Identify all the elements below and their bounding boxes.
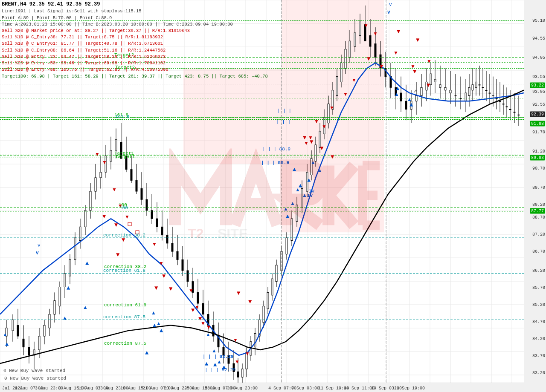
price-9322: 93.22 bbox=[530, 83, 545, 88]
price-9239: 92.39 bbox=[530, 112, 545, 117]
chart-container: BRENT,H4 92.35 92.41 92.35 92.39 Line:19… bbox=[0, 0, 546, 392]
price-9120: 91.20 bbox=[532, 149, 545, 154]
price-8777: 87.77 bbox=[530, 209, 545, 213]
price-8370: 83.70 bbox=[532, 354, 545, 358]
price-8470: 84.70 bbox=[532, 320, 545, 324]
chart-canvas bbox=[0, 0, 524, 383]
price-8320: 83.20 bbox=[532, 371, 545, 375]
price-8983: 89.83 bbox=[530, 156, 545, 160]
price-9255: 92.55 bbox=[532, 102, 545, 107]
price-8620: 86.20 bbox=[532, 268, 545, 273]
price-9170: 91.70 bbox=[532, 130, 545, 135]
time-label-17: 21 Sep 19:00 bbox=[394, 386, 425, 391]
time-label-11: 30 Aug 23:00 bbox=[227, 386, 258, 391]
price-9305: 93.05 bbox=[532, 89, 545, 94]
time-label-15: 14 Sep 11:00 bbox=[344, 386, 375, 391]
price-9510: 95.10 bbox=[532, 18, 545, 23]
price-8520: 85.20 bbox=[532, 303, 545, 307]
price-9070: 90.70 bbox=[532, 166, 545, 171]
price-8870: 88.70 bbox=[532, 215, 545, 220]
price-8570: 85.70 bbox=[532, 285, 545, 290]
price-8920: 89.20 bbox=[532, 202, 545, 207]
price-8970: 89.70 bbox=[532, 185, 545, 190]
price-8670: 86.70 bbox=[532, 249, 545, 254]
price-9188: 91.88 bbox=[530, 121, 545, 126]
bottom-label: 0 New Buy Wave started bbox=[4, 376, 66, 381]
price-axis: 95.10 94.55 94.05 93.55 93.22 93.05 92.5… bbox=[524, 0, 546, 392]
price-9455: 94.55 bbox=[532, 36, 545, 41]
time-axis: 27 Jul 2023 1 Aug 07:00 3 Aug 23:00 8 Au… bbox=[0, 383, 524, 392]
price-9405: 94.05 bbox=[532, 55, 545, 60]
price-8420: 84.20 bbox=[532, 337, 545, 341]
price-8720: 87.20 bbox=[532, 232, 545, 237]
price-9355: 93.55 bbox=[532, 75, 545, 79]
time-label-13: 7 Sep 03:00 bbox=[291, 386, 319, 391]
